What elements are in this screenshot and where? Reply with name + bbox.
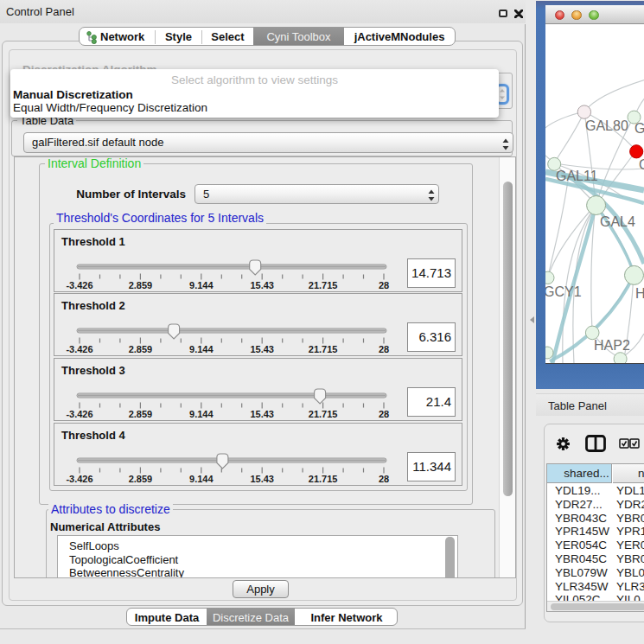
svg-text:21.715: 21.715 [309, 409, 338, 419]
svg-text:GCY1: GCY1 [545, 284, 582, 299]
svg-text:HAP2: HAP2 [594, 338, 630, 353]
svg-text:-3.426: -3.426 [66, 409, 92, 419]
svg-text:21.715: 21.715 [309, 474, 338, 484]
svg-text:H: H [635, 286, 644, 301]
svg-text:15.43: 15.43 [250, 474, 274, 484]
svg-text:GA: GA [634, 121, 644, 136]
svg-text:-3.426: -3.426 [66, 474, 92, 484]
svg-text:2.859: 2.859 [129, 474, 153, 484]
svg-text:C: C [639, 157, 644, 172]
svg-text:2.859: 2.859 [129, 280, 153, 290]
svg-text:GAL4: GAL4 [600, 214, 635, 229]
svg-text:2.859: 2.859 [129, 409, 153, 419]
svg-text:21.715: 21.715 [309, 344, 338, 354]
svg-text:28: 28 [379, 280, 389, 290]
svg-text:15.43: 15.43 [250, 280, 274, 290]
svg-text:GAL80: GAL80 [585, 118, 628, 133]
svg-text:15.43: 15.43 [250, 409, 274, 419]
svg-text:21.715: 21.715 [309, 280, 338, 290]
svg-text:9.144: 9.144 [189, 409, 214, 419]
svg-text:9.144: 9.144 [189, 474, 214, 484]
svg-text:9.144: 9.144 [189, 344, 214, 354]
svg-text:9.144: 9.144 [189, 280, 214, 290]
svg-text:28: 28 [379, 344, 389, 354]
svg-text:28: 28 [379, 474, 389, 484]
svg-text:-3.426: -3.426 [66, 344, 92, 354]
svg-text:GAL11: GAL11 [556, 169, 598, 183]
svg-text:15.43: 15.43 [250, 344, 274, 354]
svg-text:28: 28 [379, 409, 389, 419]
svg-text:2.859: 2.859 [129, 344, 153, 354]
svg-text:-3.426: -3.426 [66, 280, 92, 290]
